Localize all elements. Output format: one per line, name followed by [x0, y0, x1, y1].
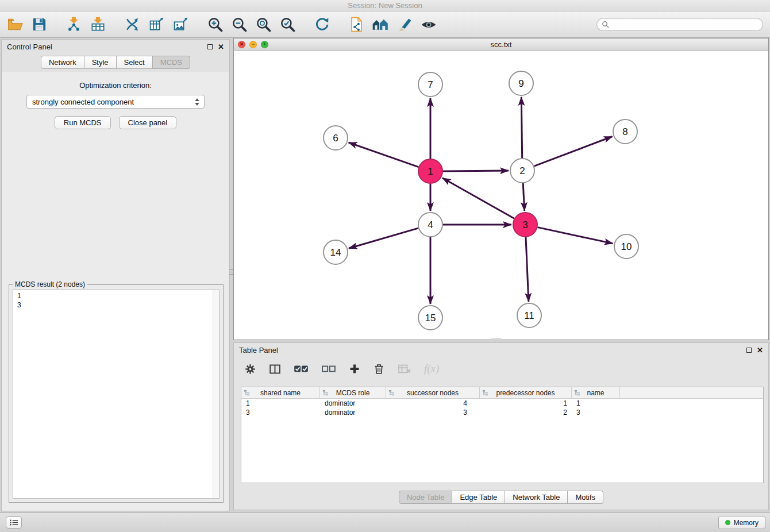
columns-icon[interactable] — [269, 363, 281, 375]
graph-edge-2-9[interactable] — [521, 97, 522, 158]
graph-node-3[interactable]: 3 — [513, 213, 537, 237]
column-header-name[interactable]: name — [572, 387, 620, 398]
zoom-fit-icon[interactable] — [253, 15, 274, 34]
graph-node-9[interactable]: 9 — [509, 71, 533, 95]
graph-node-7[interactable]: 7 — [418, 72, 442, 97]
run-mcds-button[interactable]: Run MCDS — [55, 116, 111, 129]
search-input[interactable] — [611, 21, 758, 29]
control-panel-title: Control Panel — [7, 43, 52, 51]
table-row[interactable]: 1dominator411 — [241, 399, 763, 408]
tab-mcds[interactable]: MCDS — [153, 56, 190, 69]
float-table-panel-icon[interactable] — [746, 348, 752, 353]
column-header-shared-name[interactable]: shared name — [241, 387, 320, 398]
zoom-in-icon[interactable] — [205, 15, 225, 34]
graph-edge-2-3[interactable] — [523, 183, 525, 211]
zoom-out-icon[interactable] — [229, 15, 249, 34]
horizontal-splitter-grip[interactable] — [491, 337, 502, 341]
memory-button[interactable]: Memory — [718, 516, 765, 529]
window-close-button[interactable]: ✕ — [238, 41, 245, 48]
column-hierarchy-icon — [322, 390, 329, 396]
window-minimize-button[interactable]: − — [249, 41, 257, 48]
graph-node-11[interactable]: 11 — [517, 303, 541, 327]
float-panel-icon[interactable] — [207, 44, 213, 49]
network-canvas[interactable]: 7968124314101511 — [234, 51, 768, 340]
svg-text:15: 15 — [425, 313, 436, 323]
mcds-result-group: MCDS result (2 nodes) 13 — [9, 284, 224, 503]
tab-network-table[interactable]: Network Table — [505, 491, 568, 504]
svg-text:11: 11 — [524, 310, 534, 321]
panel-list-button[interactable] — [6, 516, 22, 529]
vertical-splitter-grip[interactable] — [228, 264, 234, 279]
graph-node-8[interactable]: 8 — [613, 119, 637, 144]
delete-table-icon — [398, 363, 411, 375]
export-image-icon[interactable] — [170, 15, 191, 34]
graph-edge-3-1[interactable] — [442, 178, 514, 218]
column-header-mcds-role[interactable]: MCDS role — [320, 387, 386, 398]
eye-icon[interactable] — [418, 15, 439, 34]
graph-edge-2-8[interactable] — [534, 137, 613, 167]
tab-edge-table[interactable]: Edge Table — [452, 491, 505, 504]
graph-edge-3-10[interactable] — [538, 228, 613, 244]
optimization-criterion-select[interactable]: strongly connected component — [26, 95, 205, 109]
table-cell: 2 — [480, 408, 572, 417]
graph-edge-1-6[interactable] — [349, 142, 419, 167]
mcds-result-list[interactable]: 13 — [13, 290, 220, 499]
graph-node-10[interactable]: 10 — [614, 234, 638, 259]
tab-network[interactable]: Network — [41, 56, 84, 69]
zoom-selected-icon[interactable] — [277, 15, 298, 34]
home-network-icon[interactable] — [370, 15, 391, 34]
deselect-all-icon[interactable] — [321, 363, 336, 375]
tab-style[interactable]: Style — [84, 56, 117, 69]
table-cell: 3 — [572, 408, 620, 417]
new-network-icon[interactable] — [122, 15, 143, 34]
close-panel-button[interactable]: Close panel — [119, 116, 177, 129]
gear-icon[interactable] — [244, 363, 256, 375]
open-file-icon[interactable] — [5, 15, 25, 34]
close-panel-icon[interactable]: ✕ — [218, 43, 224, 51]
status-bar: Memory — [0, 512, 770, 532]
result-scrollbar[interactable] — [213, 290, 219, 498]
tab-node-table[interactable]: Node Table — [399, 491, 453, 504]
graph-node-6[interactable]: 6 — [324, 126, 348, 150]
graph-node-4[interactable]: 4 — [418, 213, 442, 237]
column-header-successor-nodes[interactable]: successor nodes — [386, 387, 480, 398]
graph-node-15[interactable]: 15 — [418, 306, 442, 330]
mcds-result-item[interactable]: 3 — [17, 300, 219, 310]
refresh-layout-icon[interactable] — [311, 15, 332, 34]
mcds-panel: Optimization criterion: strongly connect… — [2, 72, 229, 511]
toolbar-group — [346, 15, 439, 34]
export-table-icon[interactable] — [146, 15, 167, 34]
import-network-icon[interactable] — [63, 15, 84, 34]
table-toolbar: f(x) — [234, 357, 768, 381]
svg-text:6: 6 — [333, 133, 338, 144]
graph-node-2[interactable]: 2 — [510, 159, 534, 183]
graph-node-14[interactable]: 14 — [324, 240, 348, 264]
graph-edge-3-11[interactable] — [526, 237, 529, 302]
window-zoom-button[interactable]: + — [261, 41, 268, 48]
table-cell: 1 — [241, 399, 320, 407]
close-table-panel-icon[interactable]: ✕ — [757, 346, 763, 354]
column-hierarchy-icon — [244, 390, 250, 396]
delete-row-icon[interactable] — [373, 363, 385, 375]
network-view-title: scc.txt — [491, 40, 512, 49]
mcds-result-item[interactable]: 1 — [17, 291, 219, 300]
table-row[interactable]: 3dominator323 — [241, 408, 763, 417]
column-header-predecessor-nodes[interactable]: predecessor nodes — [480, 387, 572, 398]
add-row-icon[interactable] — [349, 363, 360, 375]
svg-text:10: 10 — [621, 241, 632, 252]
graph-edge-1-2[interactable] — [443, 171, 509, 171]
graph-edge-4-14[interactable] — [349, 228, 418, 248]
network-graph[interactable]: 7968124314101511 — [234, 51, 768, 340]
save-session-icon[interactable] — [29, 15, 49, 34]
apply-style-icon[interactable] — [394, 15, 415, 34]
import-table-icon[interactable] — [87, 15, 108, 34]
tab-motifs[interactable]: Motifs — [568, 491, 603, 504]
svg-text:1: 1 — [428, 166, 433, 177]
search-box[interactable] — [596, 18, 763, 31]
column-label: shared name — [260, 389, 301, 397]
share-document-icon[interactable] — [346, 15, 367, 34]
tab-select[interactable]: Select — [117, 56, 153, 69]
graph-node-1[interactable]: 1 — [418, 159, 442, 183]
toolbar-group — [63, 15, 108, 34]
select-all-icon[interactable] — [294, 363, 309, 375]
